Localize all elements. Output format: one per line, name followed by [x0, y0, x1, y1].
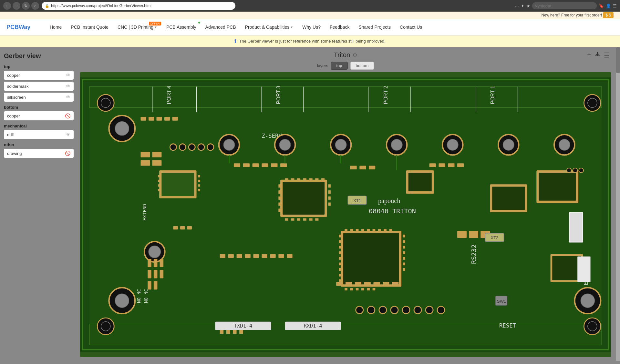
eye-icon-top-soldermask[interactable]: 👁	[66, 84, 70, 89]
svg-rect-73	[243, 163, 250, 167]
svg-rect-104	[408, 173, 432, 191]
layer-mechanical-drill[interactable]: drill 👁	[4, 130, 74, 139]
layer-other-drawing[interactable]: drawing 🚫	[4, 149, 74, 158]
back-button[interactable]: ←	[3, 2, 11, 10]
svg-rect-176	[403, 257, 405, 260]
svg-point-10	[101, 322, 110, 331]
svg-text:NO NC: NO NC	[143, 289, 149, 303]
svg-rect-133	[448, 163, 454, 167]
layer-top-copper[interactable]: copper 👁	[4, 71, 74, 80]
section-label-other: other	[4, 142, 74, 147]
eye-icon-top-copper[interactable]: 👁	[66, 73, 70, 78]
svg-rect-52	[198, 189, 200, 191]
svg-rect-96	[278, 203, 281, 206]
svg-text:PORT 1: PORT 1	[490, 86, 495, 104]
svg-rect-137	[237, 254, 242, 258]
svg-point-125	[414, 306, 421, 314]
tab-top[interactable]: top	[331, 62, 347, 70]
profile-icon[interactable]: 👤	[606, 4, 611, 8]
layer-bottom-copper[interactable]: copper 🚫	[4, 111, 74, 120]
svg-rect-213	[160, 259, 164, 267]
svg-rect-170	[339, 274, 341, 277]
nav-item-advanced-pcb[interactable]: Advanced PCB	[201, 19, 241, 35]
sidebar: Gerber view top copper 👁 soldermask 👁 si…	[0, 47, 78, 361]
menu-dots[interactable]: ⋯	[515, 4, 519, 8]
eye-icon-mechanical-drill[interactable]: 👁	[66, 132, 70, 137]
nav-item-why-us[interactable]: Why Us?	[298, 19, 325, 35]
lock-icon: 🔒	[45, 4, 49, 8]
promo-message: New here? Free for your first order!	[542, 13, 602, 17]
home-button[interactable]: ⌂	[31, 2, 39, 10]
viewer-title-text: Triton	[334, 51, 350, 59]
svg-rect-87	[285, 218, 288, 221]
url-bar[interactable]: 🔒 https://www.pcbway.com/project/OnLineG…	[42, 2, 235, 10]
bookmark-icon[interactable]: ✦	[521, 4, 524, 8]
svg-rect-188	[355, 282, 361, 286]
svg-point-28	[115, 122, 129, 136]
svg-point-8	[101, 98, 110, 107]
star-icon[interactable]: ★	[526, 4, 530, 8]
product-dropdown-arrow: ▼	[290, 25, 293, 29]
svg-text:EXTEND: EXTEND	[142, 204, 147, 221]
eye-icon-bottom-copper[interactable]: 🚫	[65, 113, 70, 118]
nav-item-pcb-assembly[interactable]: PCB Assembly	[162, 19, 201, 35]
add-button[interactable]: +	[587, 51, 591, 59]
reload-button[interactable]: ↻	[22, 2, 30, 10]
svg-rect-215	[154, 270, 158, 278]
svg-rect-79	[283, 182, 325, 215]
tab-bottom[interactable]: bottom	[350, 62, 374, 70]
layer-name-top-copper: copper	[7, 73, 66, 78]
info-icon: ℹ	[234, 38, 236, 44]
svg-rect-132	[439, 163, 445, 167]
nav-item-pcb-instant-quote[interactable]: PCB Instant Quote	[66, 19, 113, 35]
gerber-title-bold: view	[27, 52, 41, 59]
nav-item-cnc-3d-printing[interactable]: CNC | 3D Printing OFFER ▼	[113, 19, 162, 35]
nav-logo[interactable]: PCBWay	[6, 22, 39, 33]
promo-cta[interactable]: $ $	[603, 12, 614, 18]
settings-button[interactable]: ☰	[604, 51, 610, 59]
svg-rect-138	[245, 254, 251, 258]
browser-right-controls: ⋯ ✦ ★ 🔖 👤 ☰	[515, 2, 617, 9]
pcb-container[interactable]: PORT 4 PORT 3 PORT 2 PORT 1	[80, 72, 611, 357]
layer-top-silkscreen[interactable]: silkscreen 👁	[4, 93, 74, 102]
nav-label-feedback: Feedback	[330, 25, 349, 30]
svg-text:PORT 2: PORT 2	[383, 86, 388, 104]
layer-name-top-soldermask: soldermask	[7, 84, 66, 89]
svg-rect-111	[220, 330, 224, 334]
nav-item-shared-projects[interactable]: Shared Projects	[354, 19, 396, 35]
nav-item-product-capabilities[interactable]: Product & Capabilities ▼	[241, 19, 298, 35]
svg-text:XT1: XT1	[353, 198, 361, 203]
eye-icon-other-drawing[interactable]: 🚫	[65, 151, 70, 156]
svg-text:PORT 3: PORT 3	[276, 86, 281, 104]
nav-item-home[interactable]: Home	[45, 19, 66, 35]
download-button[interactable]	[594, 51, 601, 59]
svg-point-67	[447, 139, 458, 150]
svg-point-61	[279, 139, 291, 150]
nav-label-contact-us: Contact Us	[400, 25, 422, 30]
svg-rect-41	[140, 160, 150, 166]
svg-point-57	[207, 144, 214, 150]
svg-rect-168	[339, 263, 341, 266]
svg-point-53	[170, 144, 176, 150]
svg-point-32	[581, 294, 594, 308]
svg-text:PCBWay: PCBWay	[6, 24, 30, 30]
svg-rect-135	[220, 254, 225, 258]
search-input[interactable]	[532, 2, 597, 9]
gear-icon[interactable]: ⚙	[353, 52, 357, 58]
eye-icon-top-silkscreen[interactable]: 👁	[66, 95, 70, 100]
layer-top-soldermask[interactable]: soldermask 👁	[4, 82, 74, 91]
url-text: https://www.pcbway.com/project/OnLineGer…	[51, 4, 151, 8]
bookmarks-icon[interactable]: 🔖	[599, 4, 604, 8]
extension-icon[interactable]: ☰	[613, 4, 617, 8]
svg-rect-218	[154, 281, 158, 289]
svg-rect-76	[271, 163, 277, 167]
svg-rect-86	[321, 178, 325, 181]
svg-rect-177	[403, 263, 405, 266]
svg-point-63	[335, 139, 346, 150]
forward-button[interactable]: →	[13, 2, 20, 10]
nav-item-feedback[interactable]: Feedback	[325, 19, 354, 35]
right-scrollbar[interactable]	[616, 47, 620, 361]
nav-item-contact-us[interactable]: Contact Us	[395, 19, 427, 35]
scroll-thumb[interactable]	[616, 47, 620, 73]
svg-point-127	[437, 306, 445, 314]
